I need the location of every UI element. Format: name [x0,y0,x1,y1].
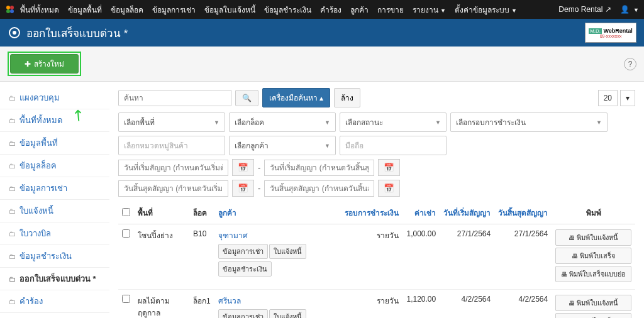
filter-status[interactable]: เลือกสถานะ▼ [340,112,447,132]
cell-rent: 1,000.00 [402,224,440,290]
sidebar: 🗀แผงควบคุม🗀พื้นที่ทั้งหมด🗀ข้อมูลพื้นที่🗀… [0,82,109,318]
tag-invoice[interactable]: ใบแจ้งหนี้ [269,309,306,318]
calendar-icon[interactable]: 📅 [378,180,400,197]
cell-area: ผลไม้ตามฤดูกาล [134,290,189,319]
search-input[interactable] [118,90,231,106]
filter-round[interactable]: เลือกรอบการชำระเงิน▼ [450,112,608,132]
cell-area: โซนปิ้งย่าง [134,224,189,290]
page-title: ออกใบเสร็จแบบด่วน * [26,25,128,41]
search-button[interactable]: 🔍 [235,90,258,106]
cell-customer: ศรีนวลข้อมูลการเช่าใบแจ้งหนี้ข้อมูลชำระเ… [214,290,341,319]
sidebar-item[interactable]: 🗀ข้อมูลล็อค [0,155,109,177]
folder-icon: 🗀 [9,253,16,260]
content: 🔍 เครื่องมือค้นหา ▴ ล้าง 20 ▾ เลือกพื้นท… [109,82,644,318]
sidebar-item[interactable]: 🗀ข้อมูลชำระเงิน [0,245,109,268]
print-receipt-short-button[interactable]: พิมพ์ใบเสร็จแบบย่อ [555,266,631,282]
topmenu-item[interactable]: ข้อมูลล็อค [111,4,143,16]
cell-actions: พิมพ์ใบแจ้งหนี้พิมพ์ใบเสร็จพิมพ์ใบเสร็จแ… [552,224,635,290]
tag-payment[interactable]: ข้อมูลชำระเงิน [218,261,272,277]
new-button[interactable]: ✚ สร้างใหม่ [10,54,79,74]
calendar-icon[interactable]: 📅 [378,159,400,176]
row-checkbox[interactable] [122,229,130,238]
row-checkbox[interactable] [122,295,130,303]
sidebar-item[interactable]: 🗀ใบวางบิล [0,222,109,245]
topmenu-item[interactable]: พื้นที่ทั้งหมด [20,4,59,16]
folder-icon: 🗀 [9,207,16,215]
data-table: พื้นที่ ล็อค ลูกค้า รอบการชำระเงิน ค่าเช… [118,202,635,318]
user-menu[interactable]: 👤 ▼ [620,5,639,14]
cell-rent: 1,120.00 [402,290,440,319]
per-page-select[interactable]: 20 [598,90,618,106]
table-header-row: พื้นที่ ล็อค ลูกค้า รอบการชำระเงิน ค่าเช… [118,202,635,224]
topmenu-item[interactable]: ลูกค้า [350,4,369,16]
sidebar-item[interactable]: 🗀คำร้อง [0,290,109,313]
toolbar: ✚ สร้างใหม่ ↖ ? [0,47,644,82]
cell-actions: พิมพ์ใบแจ้งหนี้พิมพ์ใบเสร็จพิมพ์ใบเสร็จแ… [552,290,635,319]
col-lock[interactable]: ล็อค [189,202,214,224]
topmenu-item[interactable]: ข้อมูลการเช่า [152,4,196,16]
table-row: ผลไม้ตามฤดูกาลล็อก1ศรีนวลข้อมูลการเช่าใบ… [118,290,635,319]
filter-lock[interactable]: เลือกล็อค▼ [229,112,336,132]
col-start[interactable]: วันที่เริ่มสัญญา [440,202,494,224]
col-rent[interactable]: ค่าเช่า [402,202,440,224]
cell-lock: ล็อก1 [189,290,214,319]
tag-invoice[interactable]: ใบแจ้งหนี้ [269,244,306,259]
tag-rental[interactable]: ข้อมูลการเช่า [218,309,268,318]
topmenu-item[interactable]: การขาย [377,4,404,16]
col-area[interactable]: พื้นที่ [134,202,189,224]
tag-rental[interactable]: ข้อมูลการเช่า [218,244,268,259]
filter-category[interactable]: เลือกหมวดหมู่สินค้า [118,136,225,155]
sidebar-item[interactable]: 🗀ข้อมูลพื้นที่ [0,132,109,155]
print-invoice-button[interactable]: พิมพ์ใบแจ้งหนี้ [555,295,631,311]
help-icon[interactable]: ? [624,58,636,70]
cell-round: รายวัน [341,290,402,319]
topmenu-item[interactable]: ตั้งค่าข้อมูลระบบ▼ [455,4,517,16]
svg-point-1 [10,6,14,9]
calendar-icon[interactable]: 📅 [232,180,254,197]
sidebar-item[interactable]: 🗀ใบแจ้งหนี้ [0,200,109,222]
topbar-menu: พื้นที่ทั้งหมดข้อมูลพื้นที่ข้อมูลล็อคข้อ… [20,4,558,16]
calendar-icon[interactable]: 📅 [232,159,254,176]
search-tools-button[interactable]: เครื่องมือค้นหา ▴ [262,88,330,107]
demo-link[interactable]: Demo Rental ↗ [558,5,611,14]
filter-mobile[interactable]: มือถือ [340,136,447,155]
topbar: พื้นที่ทั้งหมดข้อมูลพื้นที่ข้อมูลล็อคข้อ… [0,0,644,19]
joomla-icon[interactable] [5,4,15,14]
start-date-to[interactable] [264,160,374,176]
folder-icon: 🗀 [9,140,16,147]
sidebar-item[interactable]: 🗀ลูกค้า [0,313,109,318]
per-page-caret[interactable]: ▾ [620,90,635,106]
clear-button[interactable]: ล้าง [334,88,360,107]
print-invoice-button[interactable]: พิมพ์ใบแจ้งหนี้ [555,229,631,246]
sidebar-item[interactable]: 🗀แผงควบคุม [0,87,109,109]
folder-icon: 🗀 [9,117,16,124]
sidebar-item[interactable]: 🗀ออกใบเสร็จแบบด่วน * [0,268,109,290]
end-date-from[interactable] [118,180,228,197]
select-all-checkbox[interactable] [122,208,130,216]
svg-point-3 [10,9,14,13]
print-receipt-button[interactable]: พิมพ์ใบเสร็จ [555,248,631,264]
folder-icon: 🗀 [9,275,16,283]
topmenu-item[interactable]: ข้อมูลชำระเงิน [264,4,311,16]
filter-customer[interactable]: เลือกลูกค้า▼ [229,136,336,155]
sidebar-item[interactable]: 🗀ข้อมูลการเช่า [0,177,109,200]
svg-point-0 [6,6,10,9]
plus-icon: ✚ [25,60,31,69]
col-end[interactable]: วันสิ้นสุดสัญญา [494,202,552,224]
filter-area[interactable]: เลือกพื้นที่▼ [118,112,225,132]
topmenu-item[interactable]: ข้อมูลใบแจ้งหนี้ [204,4,255,16]
page-header: ออกใบเสร็จแบบด่วน * M.D. WebRental 09-xx… [0,19,644,47]
svg-point-2 [6,9,10,13]
start-date-from[interactable] [118,160,228,176]
topmenu-item[interactable]: คำร้อง [320,4,341,16]
print-receipt-button[interactable]: พิมพ์ใบเสร็จ [555,313,631,318]
target-icon [9,27,20,38]
col-customer[interactable]: ลูกค้า [214,202,341,224]
col-round[interactable]: รอบการชำระเงิน [341,202,402,224]
search-icon: 🔍 [242,94,252,102]
sidebar-item[interactable]: 🗀พื้นที่ทั้งหมด [0,109,109,132]
end-date-to[interactable] [264,180,374,197]
cell-round: รายวัน [341,224,402,290]
topmenu-item[interactable]: ข้อมูลพื้นที่ [68,4,102,16]
topmenu-item[interactable]: รายงาน▼ [413,4,446,16]
